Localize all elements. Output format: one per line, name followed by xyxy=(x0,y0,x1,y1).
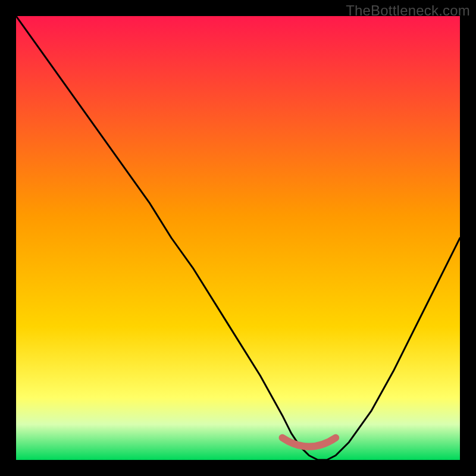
chart-frame xyxy=(16,16,460,460)
chart-svg xyxy=(16,16,460,460)
gradient-background xyxy=(16,16,460,460)
watermark-text: TheBottleneck.com xyxy=(346,2,470,19)
